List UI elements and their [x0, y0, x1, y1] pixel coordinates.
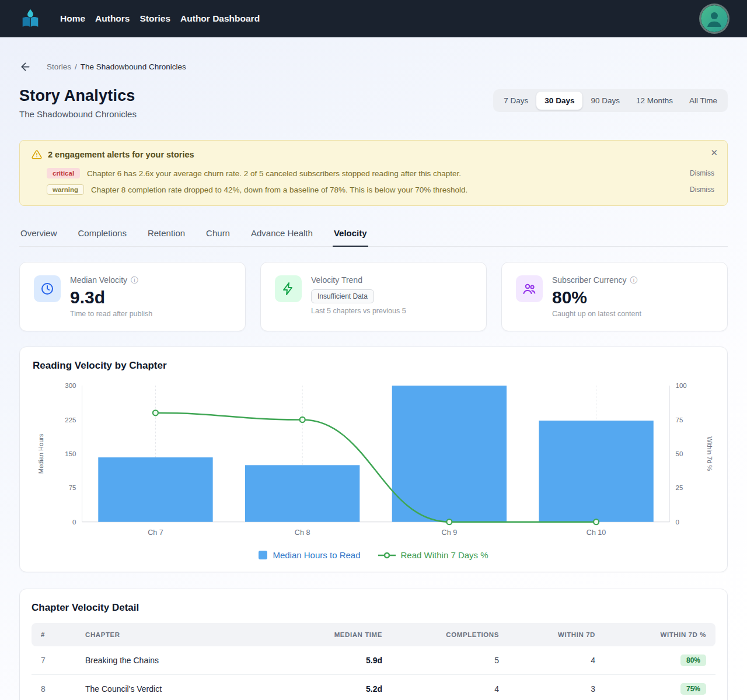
alert-close-icon[interactable]: ✕ [710, 148, 718, 158]
dismiss-button[interactable]: Dismiss [689, 186, 715, 194]
alert-list: criticalChapter 6 has 2.6x your average … [32, 165, 715, 198]
stat-value: 9.3d [70, 288, 152, 307]
breadcrumb-parent[interactable]: Stories [47, 62, 71, 71]
breadcrumb-current: The Shadowbound Chronicles [81, 62, 186, 71]
tab-completions[interactable]: Completions [77, 222, 128, 247]
bolt-icon [275, 275, 302, 302]
stat-label: Subscriber Currency [552, 275, 627, 285]
svg-text:25: 25 [676, 484, 683, 491]
cell-within-7d: 4 [508, 646, 605, 675]
cell-median-time: 5.9d [269, 646, 392, 675]
warning-triangle-icon [32, 149, 42, 160]
stat-caption: Last 5 chapters vs previous 5 [311, 307, 406, 315]
breadcrumb-separator: / [75, 62, 77, 71]
column-header-median-time: MEDIAN TIME [269, 623, 392, 646]
severity-badge-critical: critical [47, 168, 80, 178]
svg-text:Within 7d %: Within 7d % [706, 436, 713, 471]
svg-text:75: 75 [676, 416, 683, 424]
alert-text: Chapter 6 has 2.6x your average churn ra… [87, 169, 682, 178]
range-button-7-days[interactable]: 7 Days [495, 92, 536, 110]
svg-text:0: 0 [676, 519, 679, 526]
back-button[interactable] [19, 61, 32, 73]
pct-badge: 75% [680, 683, 706, 695]
stat-label: Median Velocity [70, 275, 127, 285]
svg-text:50: 50 [676, 450, 683, 457]
info-icon[interactable]: ⓘ [630, 276, 638, 284]
stat-card-median-velocity: Median Velocityⓘ9.3dTime to read after p… [19, 262, 246, 331]
cell-within-7d: 3 [508, 675, 605, 700]
nav-item-authors[interactable]: Authors [95, 13, 130, 24]
column-header-completions: COMPLETIONS [392, 623, 508, 646]
analytics-tabs: OverviewCompletionsRetentionChurnAdvance… [19, 222, 728, 247]
svg-text:100: 100 [676, 382, 687, 389]
cell-completions: 4 [392, 675, 508, 700]
logo-icon [19, 8, 41, 30]
cell-within-7d-pct: 80% [605, 646, 715, 675]
page-title: Story Analytics [19, 87, 137, 105]
table-row: 8The Council's Verdict5.2d4375% [32, 675, 715, 700]
svg-text:225: 225 [65, 416, 76, 424]
svg-text:150: 150 [65, 450, 76, 457]
trend-status-badge: Insufficient Data [311, 289, 374, 303]
alert-banner: 2 engagement alerts for your stories ✕ c… [19, 140, 728, 206]
tab-overview[interactable]: Overview [19, 222, 58, 247]
tab-churn[interactable]: Churn [205, 222, 231, 247]
range-button-90-days[interactable]: 90 Days [582, 92, 628, 110]
clock-icon [34, 275, 61, 302]
bar-swatch-icon [259, 551, 267, 559]
column-header-chapter: CHAPTER [76, 623, 269, 646]
navbar: HomeAuthorsStoriesAuthor Dashboard [0, 0, 747, 37]
table-row: 7Breaking the Chains5.9d5480% [32, 646, 715, 675]
alert-item: criticalChapter 6 has 2.6x your average … [32, 165, 715, 181]
chart-title: Reading Velocity by Chapter [33, 360, 714, 372]
table-title: Chapter Velocity Detail [32, 602, 715, 614]
alert-title: 2 engagement alerts for your stories [48, 150, 194, 159]
cell-chapter-number: 8 [32, 675, 76, 700]
column-header-within-7d-: WITHIN 7D % [605, 623, 715, 646]
legend-label: Median Hours to Read [273, 550, 360, 560]
main-nav: HomeAuthorsStoriesAuthor Dashboard [60, 13, 260, 24]
page-subtitle: The Shadowbound Chronicles [19, 109, 137, 119]
nav-item-home[interactable]: Home [60, 13, 85, 24]
svg-text:Ch 10: Ch 10 [587, 528, 606, 537]
velocity-chart: 0751502253000255075100Median HoursWithin… [33, 377, 714, 549]
svg-text:Ch 7: Ch 7 [148, 528, 163, 537]
svg-text:Ch 9: Ch 9 [442, 528, 458, 537]
table-card: Chapter Velocity Detail #CHAPTERMEDIAN T… [19, 589, 728, 700]
range-button-12-months[interactable]: 12 Months [628, 92, 681, 110]
stat-caption: Caught up on latest content [552, 310, 641, 318]
nav-item-author-dashboard[interactable]: Author Dashboard [180, 13, 260, 24]
tab-advance-health[interactable]: Advance Health [250, 222, 314, 247]
legend-item-median-hours-to-read[interactable]: Median Hours to Read [259, 550, 360, 560]
stat-cards: Median Velocityⓘ9.3dTime to read after p… [19, 262, 728, 331]
page-header: Story Analytics The Shadowbound Chronicl… [19, 87, 728, 119]
dismiss-button[interactable]: Dismiss [689, 169, 715, 177]
range-button-30-days[interactable]: 30 Days [536, 92, 582, 110]
info-icon[interactable]: ⓘ [131, 276, 138, 284]
line-swatch-icon [378, 552, 396, 559]
severity-badge-warning: warning [47, 184, 84, 195]
tab-velocity[interactable]: Velocity [333, 222, 368, 247]
svg-text:0: 0 [72, 519, 76, 526]
stat-caption: Time to read after publish [70, 310, 152, 318]
stat-card-subscriber-currency: Subscriber Currencyⓘ80%Caught up on late… [501, 262, 728, 331]
legend-label: Read Within 7 Days % [401, 550, 488, 560]
time-range-picker: 7 Days30 Days90 Days12 MonthsAll Time [493, 89, 728, 112]
stat-card-velocity-trend: Velocity TrendInsufficient DataLast 5 ch… [260, 262, 487, 331]
app-logo[interactable] [19, 8, 41, 30]
users-icon [516, 275, 543, 302]
column-header-within-7d: WITHIN 7D [508, 623, 605, 646]
pct-badge: 80% [680, 654, 706, 666]
alert-text: Chapter 8 completion rate dropped to 42%… [91, 186, 682, 194]
tab-retention[interactable]: Retention [146, 222, 186, 247]
cell-completions: 5 [392, 646, 508, 675]
chapter-velocity-table: #CHAPTERMEDIAN TIMECOMPLETIONSWITHIN 7DW… [32, 623, 715, 700]
cell-within-7d-pct: 75% [605, 675, 715, 700]
user-avatar[interactable] [701, 5, 728, 32]
cell-chapter-title: The Council's Verdict [76, 675, 269, 700]
legend-item-read-within-7-days-[interactable]: Read Within 7 Days % [378, 550, 488, 560]
range-button-all-time[interactable]: All Time [681, 92, 725, 110]
stat-label: Velocity Trend [311, 275, 362, 285]
svg-text:300: 300 [65, 382, 76, 389]
nav-item-stories[interactable]: Stories [140, 13, 171, 24]
